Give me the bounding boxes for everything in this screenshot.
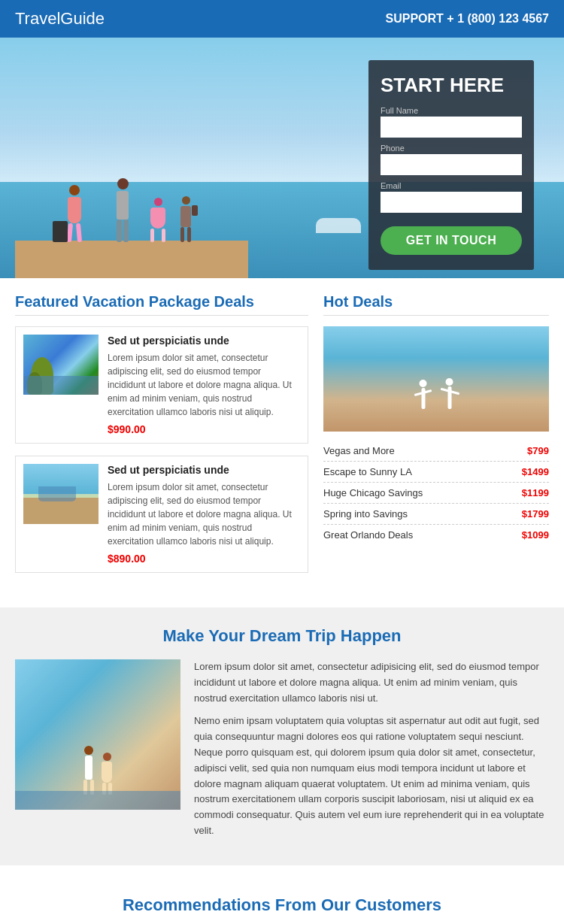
hot-deal-row-4: Great Orlando Deals$1099 (323, 525, 549, 545)
support-number: SUPPORT + 1 (800) 123 4567 (386, 12, 549, 26)
dream-figure-2 (102, 753, 112, 795)
rec-title: Recommendations From Our Customers (15, 895, 549, 915)
hot-deal-row-0: Vegas and More$799 (323, 441, 549, 462)
email-group: Email (381, 181, 522, 213)
site-header: TravelGuide SUPPORT + 1 (800) 123 4567 (0, 0, 564, 38)
hot-deal-price-4: $1099 (522, 529, 549, 541)
package-price-1: $990.00 (108, 423, 300, 435)
two-column-layout: Featured Vacation Package Deals Sed ut p… (15, 293, 549, 585)
logo-brand: Travel (15, 9, 60, 28)
figure-girl (150, 198, 165, 242)
phone-input[interactable] (381, 154, 522, 175)
hot-deal-name-1: Escape to Sunny LA (323, 466, 412, 477)
email-label: Email (381, 181, 522, 190)
package-desc-2: Lorem ipsum dolor sit amet, consectetur … (108, 480, 300, 548)
dream-title: Make Your Dream Trip Happen (15, 626, 549, 646)
hot-deal-name-3: Spring into Savings (323, 508, 408, 520)
logo-guide: Guide (60, 9, 105, 28)
beach-figure-1 (420, 380, 427, 409)
hot-deal-price-0: $799 (527, 445, 549, 456)
figure-boy (180, 196, 191, 242)
site-logo: TravelGuide (15, 9, 105, 29)
dream-figure-1 (83, 746, 94, 795)
full-name-label: Full Name (381, 106, 522, 115)
dream-para-2: Nemo enim ipsam voluptatem quia voluptas… (194, 713, 549, 838)
hero-dock (15, 241, 248, 278)
package-thumb-2 (23, 464, 99, 524)
beach-figure-2 (446, 378, 453, 409)
package-title-2: Sed ut perspiciatis unde (108, 464, 300, 476)
hot-deal-row-2: Huge Chicago Savings$1199 (323, 483, 549, 504)
boats (316, 218, 361, 233)
package-item-2: Sed ut perspiciatis unde Lorem ipsum dol… (15, 456, 308, 573)
package-image-1 (23, 335, 99, 395)
featured-packages-section: Featured Vacation Package Deals Sed ut p… (15, 293, 308, 585)
package-info-2: Sed ut perspiciatis unde Lorem ipsum dol… (108, 464, 300, 565)
dream-water (15, 791, 180, 810)
hot-deal-row-1: Escape to Sunny LA$1499 (323, 462, 549, 483)
hot-deal-price-3: $1799 (522, 508, 549, 520)
package-title-1: Sed ut perspiciatis unde (108, 335, 300, 347)
dream-para-1: Lorem ipsum dolor sit amet, consectetur … (194, 659, 549, 706)
dream-trip-section: Make Your Dream Trip Happen (0, 607, 564, 865)
full-name-group: Full Name (381, 106, 522, 138)
hot-deals-section: Hot Deals (323, 293, 549, 585)
phone-label: Phone (381, 144, 522, 153)
package-item-1: Sed ut perspiciatis unde Lorem ipsum dol… (15, 326, 308, 444)
package-info-1: Sed ut perspiciatis unde Lorem ipsum dol… (108, 335, 300, 435)
figure-man (117, 178, 129, 242)
hot-deal-name-4: Great Orlando Deals (323, 529, 413, 541)
get-in-touch-button[interactable]: GET IN TOUCH (381, 226, 522, 255)
package-thumb-1 (23, 335, 99, 395)
form-title: START HERE (381, 74, 522, 97)
dream-text-content: Lorem ipsum dolor sit amet, consectetur … (194, 659, 549, 847)
featured-title: Featured Vacation Package Deals (15, 293, 308, 316)
hot-deals-image (323, 326, 549, 432)
package-image-2 (23, 464, 99, 524)
dream-image (15, 659, 180, 810)
figure-woman1 (68, 185, 81, 242)
hot-deals-title: Hot Deals (323, 293, 549, 316)
hot-deal-price-2: $1199 (522, 487, 549, 498)
hot-deal-row-3: Spring into Savings$1799 (323, 504, 549, 525)
hero-section: START HERE Full Name Phone Email GET IN … (0, 38, 564, 278)
main-content: Featured Vacation Package Deals Sed ut p… (0, 278, 564, 592)
suitcase (53, 221, 68, 242)
hero-contact-form: START HERE Full Name Phone Email GET IN … (368, 60, 534, 270)
hot-deals-list: Vegas and More$799Escape to Sunny LA$149… (323, 441, 549, 545)
hot-deal-name-2: Huge Chicago Savings (323, 487, 423, 498)
recommendations-section: Recommendations From Our Customers " Lor… (0, 880, 564, 924)
phone-group: Phone (381, 144, 522, 175)
package-desc-1: Lorem ipsum dolor sit amet, consectetur … (108, 351, 300, 419)
hot-deal-price-1: $1499 (522, 466, 549, 477)
email-input[interactable] (381, 192, 522, 213)
hot-deal-name-0: Vegas and More (323, 445, 395, 456)
full-name-input[interactable] (381, 117, 522, 138)
dream-inner-layout: Lorem ipsum dolor sit amet, consectetur … (15, 659, 549, 847)
package-price-2: $890.00 (108, 553, 300, 565)
